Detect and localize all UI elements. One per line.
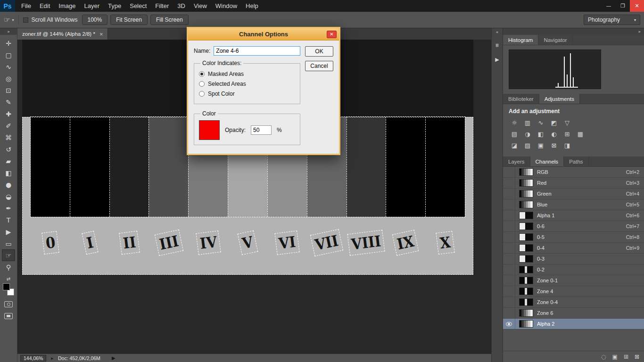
healing-brush-tool[interactable]: ✚	[2, 108, 15, 120]
tool-preset-picker[interactable]: ☞ ▾	[4, 16, 19, 24]
color-balance-icon[interactable]: ◑	[522, 129, 533, 139]
save-selection-icon[interactable]: ▣	[612, 354, 618, 360]
menu-item-select[interactable]: Select	[125, 0, 151, 12]
eyedropper-tool[interactable]: ✎	[2, 96, 15, 108]
channel-name-input[interactable]	[214, 46, 300, 56]
zoom-level-field[interactable]: 144,06%	[20, 355, 46, 362]
dodge-tool[interactable]: ◒	[2, 190, 15, 202]
ok-button[interactable]: OK	[305, 46, 333, 57]
quick-selection-tool[interactable]: ◎	[2, 73, 15, 84]
channel-red[interactable]: Red Ctrl+3	[503, 178, 644, 189]
menu-item-type[interactable]: Type	[104, 0, 125, 12]
visibility-toggle[interactable]	[503, 167, 515, 177]
scroll-all-windows-checkbox[interactable]: Scroll All Windows	[23, 16, 77, 23]
brush-tool[interactable]: ✐	[2, 120, 15, 132]
channel-0-5[interactable]: 0-5 Ctrl+8	[503, 232, 644, 243]
expand-panels-button[interactable]: «	[496, 30, 499, 34]
visibility-toggle[interactable]	[503, 264, 515, 275]
channel-green[interactable]: Green Ctrl+4	[503, 189, 644, 199]
new-channel-icon[interactable]: ⊞	[624, 354, 628, 360]
quick-mask-button[interactable]	[4, 301, 13, 307]
delete-channel-icon[interactable]: ⊠	[635, 354, 639, 360]
tab-navigator[interactable]: Navigator	[538, 35, 572, 45]
minimize-button[interactable]: —	[602, 0, 616, 12]
black-white-icon[interactable]: ◧	[535, 129, 546, 139]
collapse-panels-button[interactable]: »	[503, 28, 644, 35]
invert-icon[interactable]: ◪	[509, 140, 520, 150]
channel-zone-4[interactable]: Zone 4	[503, 286, 644, 297]
channel-alpha-1[interactable]: Alpha 1 Ctrl+6	[503, 210, 644, 221]
gradient-tool[interactable]: ◧	[2, 167, 15, 179]
curves-icon[interactable]: ∿	[535, 118, 546, 128]
path-selection-tool[interactable]: ▶	[2, 226, 15, 238]
menu-item-layer[interactable]: Layer	[80, 0, 104, 12]
channel-0-4[interactable]: 0-4 Ctrl+9	[503, 243, 644, 254]
mask-color-swatch[interactable]	[199, 120, 220, 140]
visibility-toggle[interactable]	[503, 199, 515, 210]
tab-layers[interactable]: Layers	[503, 156, 530, 166]
screen-mode-button[interactable]	[4, 313, 13, 319]
cancel-button[interactable]: Cancel	[305, 61, 333, 71]
visibility-toggle[interactable]	[503, 243, 515, 253]
shape-tool[interactable]: ▭	[2, 238, 15, 249]
channel-zone-0-1[interactable]: Zone 0-1	[503, 275, 644, 286]
visibility-toggle[interactable]	[503, 178, 515, 188]
posterize-icon[interactable]: ▨	[522, 140, 533, 150]
close-button[interactable]: ✕	[630, 0, 644, 12]
channel-blue[interactable]: Blue Ctrl+5	[503, 199, 644, 210]
tab-biblioteker[interactable]: Biblioteker	[503, 94, 539, 104]
workspace-picker[interactable]: Photography ▾	[584, 15, 640, 25]
menu-item-file[interactable]: File	[17, 0, 35, 12]
fill-screen-button[interactable]: Fill Screen	[150, 15, 189, 25]
channel-0-6[interactable]: 0-6 Ctrl+7	[503, 221, 644, 232]
move-tool[interactable]: ✛	[2, 37, 15, 49]
eraser-tool[interactable]: ▰	[2, 155, 15, 167]
hand-tool[interactable]: ☞	[2, 249, 15, 261]
crop-tool[interactable]: ⊡	[2, 84, 15, 96]
swap-colors-icon[interactable]: ⇄	[7, 276, 10, 281]
visibility-toggle[interactable]	[503, 275, 515, 286]
properties-panel-icon[interactable]: ≡	[494, 43, 500, 47]
menu-item-view[interactable]: View	[190, 0, 211, 12]
masked-areas-radio[interactable]: Masked Areas	[199, 71, 295, 77]
visibility-toggle[interactable]	[503, 232, 515, 242]
threshold-icon[interactable]: ▣	[535, 140, 546, 150]
tab-adjustments[interactable]: Adjustments	[539, 94, 580, 104]
selected-areas-radio[interactable]: Selected Areas	[199, 81, 295, 87]
hue-saturation-icon[interactable]: ▤	[509, 129, 520, 139]
photo-filter-icon[interactable]: ◐	[548, 129, 560, 139]
visibility-toggle[interactable]	[503, 319, 515, 329]
type-tool[interactable]: T	[2, 214, 15, 226]
visibility-toggle[interactable]	[503, 297, 515, 307]
menu-item-edit[interactable]: Edit	[35, 0, 54, 12]
document-tab[interactable]: zoner.tif @ 144% (Alpha 2/8) * ×	[17, 28, 108, 40]
tab-paths[interactable]: Paths	[564, 156, 588, 166]
visibility-toggle[interactable]	[503, 189, 515, 199]
status-flyout-icon[interactable]: ▶	[112, 355, 116, 361]
channel-0-3[interactable]: 0-3	[503, 254, 644, 264]
visibility-toggle[interactable]	[503, 308, 515, 318]
exposure-icon[interactable]: ◩	[548, 118, 560, 128]
visibility-toggle[interactable]	[503, 254, 515, 264]
color-lookup-icon[interactable]: ▦	[575, 129, 586, 139]
dialog-title-bar[interactable]: Channel Options ✕	[188, 28, 339, 41]
pen-tool[interactable]: ✒	[2, 202, 15, 214]
tab-channels[interactable]: Channels	[530, 156, 564, 166]
zoom-tool[interactable]: ⚲	[2, 261, 15, 273]
menu-item-3d[interactable]: 3D	[173, 0, 190, 12]
gradient-map-icon[interactable]: ◨	[561, 140, 573, 150]
actions-panel-icon[interactable]: ▶	[495, 57, 499, 63]
zoom-100-button[interactable]: 100%	[82, 15, 108, 25]
dialog-close-button[interactable]: ✕	[327, 31, 337, 38]
vibrance-icon[interactable]: ▽	[561, 118, 573, 128]
fit-screen-button[interactable]: Fit Screen	[110, 15, 148, 25]
menu-item-filter[interactable]: Filter	[151, 0, 173, 12]
channel-rgb[interactable]: RGB Ctrl+2	[503, 167, 644, 178]
channel-zone-0-4[interactable]: Zone 0-4	[503, 297, 644, 308]
lasso-tool[interactable]: ∿	[2, 61, 15, 73]
visibility-toggle[interactable]	[503, 286, 515, 296]
foreground-color-swatch[interactable]	[3, 283, 10, 290]
blur-tool[interactable]: ●	[2, 179, 15, 190]
channel-alpha-2[interactable]: Alpha 2	[503, 319, 644, 329]
levels-icon[interactable]: ▥	[522, 118, 533, 128]
